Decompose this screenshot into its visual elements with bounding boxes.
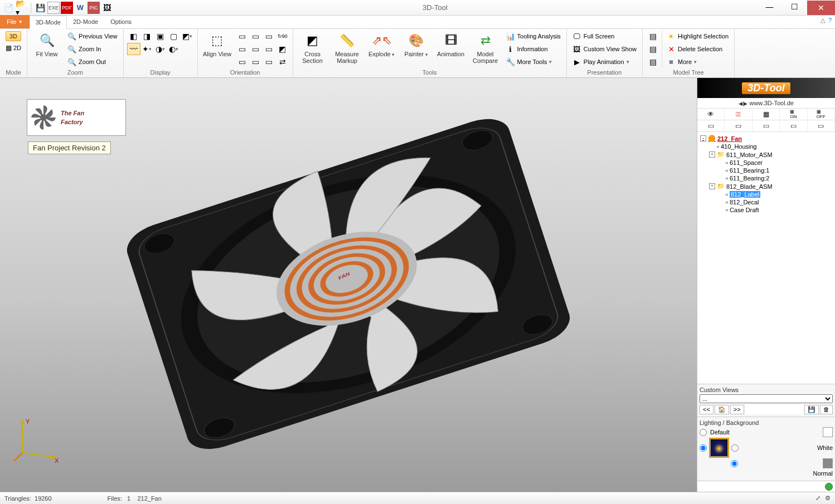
- fullscreen-button[interactable]: 🖵Full Screen: [570, 30, 639, 42]
- view-extra2-icon[interactable]: ▭: [249, 56, 263, 68]
- minimize-button[interactable]: —: [757, 1, 782, 13]
- view-top-icon[interactable]: ▭: [249, 43, 263, 55]
- delete-selection-button[interactable]: ✕Delete Selection: [664, 43, 731, 55]
- tree-tool-3-icon[interactable]: ▭: [753, 120, 780, 131]
- lighting-default-radio[interactable]: [700, 429, 707, 436]
- maximize-button[interactable]: ☐: [782, 1, 807, 13]
- tree-node[interactable]: ▫812_Label: [698, 190, 834, 198]
- tab-2d-mode[interactable]: 2D-Mode: [67, 15, 104, 28]
- lighting-preset1-swatch[interactable]: [710, 439, 728, 457]
- custom-views-select[interactable]: ...: [700, 394, 833, 403]
- highlight-selection-button[interactable]: ☀Highlight Selection: [664, 30, 731, 42]
- align-view-button[interactable]: ⬚ Align View: [201, 30, 234, 59]
- brand-url[interactable]: ◀|▶ www.3D-Tool.de: [697, 98, 835, 109]
- view-back-icon[interactable]: ▭: [249, 30, 263, 42]
- fit-view-button[interactable]: 🔍 Fit View: [31, 30, 63, 59]
- mode-2d-button[interactable]: ▦2D: [3, 43, 23, 53]
- select-off-icon[interactable]: ▦OFF: [808, 109, 835, 120]
- tree-node[interactable]: -🟠212_Fan: [698, 134, 834, 143]
- file-tab[interactable]: File ▼: [0, 15, 30, 28]
- select-all-icon[interactable]: ▦: [753, 109, 780, 120]
- ribbon-minimize-icon[interactable]: △: [821, 17, 825, 24]
- tree-more-button[interactable]: ≡More: [664, 56, 731, 68]
- flip-icon[interactable]: ⇄: [276, 56, 289, 68]
- tree-node[interactable]: ▫611_Bearing:1: [698, 167, 834, 174]
- tree-node[interactable]: ▫611_Bearing:2: [698, 174, 834, 182]
- display-opt-3-icon[interactable]: ◑: [154, 43, 167, 55]
- tree-node[interactable]: ▫611_Spacer: [698, 159, 834, 167]
- lighting-preset1-radio[interactable]: [700, 444, 707, 452]
- tree-tool-1-icon[interactable]: ▭: [697, 120, 725, 131]
- status-settings-icon[interactable]: ⚙: [825, 495, 831, 502]
- tree-tool-4-icon[interactable]: ▭: [780, 120, 807, 131]
- bg-normal-swatch[interactable]: [823, 458, 833, 468]
- zoom-out-button[interactable]: 🔍Zoom Out: [65, 56, 120, 68]
- explode-button[interactable]: ⇗⇖Explode: [366, 30, 398, 60]
- export-word-icon[interactable]: W: [74, 2, 86, 14]
- cv-prev-button[interactable]: <<: [700, 405, 713, 414]
- cv-next-button[interactable]: >>: [730, 405, 744, 414]
- lighting-preset2-radio[interactable]: [731, 444, 739, 452]
- view-front-icon[interactable]: ▭: [236, 30, 249, 42]
- view-left-icon[interactable]: ▭: [263, 30, 276, 42]
- tree-node[interactable]: ▫410_Housing: [698, 143, 834, 150]
- mode-3d-button[interactable]: 3D: [3, 30, 23, 42]
- display-opt-2-icon[interactable]: ✦: [140, 43, 154, 55]
- tree-node[interactable]: ▫Case Draft: [698, 206, 834, 214]
- display-opt-4-icon[interactable]: ◐: [167, 43, 181, 55]
- shade-mode-4-icon[interactable]: ▢: [167, 30, 181, 42]
- previous-view-button[interactable]: 🔍Previous View: [65, 30, 120, 42]
- tab-3d-mode[interactable]: 3D-Mode: [30, 16, 67, 29]
- view-extra3-icon[interactable]: ▭: [263, 56, 276, 68]
- tree-opt1-icon[interactable]: ▤: [646, 30, 659, 42]
- view-iso-icon[interactable]: ◩: [276, 43, 289, 55]
- status-expand-icon[interactable]: ⤢: [815, 495, 821, 502]
- cv-save-button[interactable]: 💾: [804, 405, 819, 414]
- close-button[interactable]: ✕: [807, 1, 835, 15]
- bg-normal-radio[interactable]: [731, 460, 738, 467]
- animation-button[interactable]: 🎞Animation: [435, 30, 467, 59]
- new-file-icon[interactable]: 📄: [2, 2, 14, 14]
- tree-opt3-icon[interactable]: ▤: [646, 56, 659, 68]
- display-opt-1-icon[interactable]: 〰: [127, 43, 140, 55]
- tree-tool-5-icon[interactable]: ▭: [808, 120, 835, 131]
- tree-node[interactable]: +📁611_Motor_ASM: [698, 150, 834, 159]
- shade-mode-3-icon[interactable]: ▣: [154, 30, 167, 42]
- custom-view-show-button[interactable]: 🖼Custom View Show: [570, 43, 639, 55]
- select-on-icon[interactable]: ▦ON: [780, 109, 807, 120]
- information-button[interactable]: ℹInformation: [504, 43, 563, 55]
- play-animation-button[interactable]: ▶Play Animation: [570, 56, 639, 68]
- tab-options[interactable]: Options: [104, 15, 138, 28]
- tree-opt2-icon[interactable]: ▤: [646, 43, 659, 55]
- view-bottom-icon[interactable]: ▭: [263, 43, 276, 55]
- eye-show-icon[interactable]: 👁: [697, 109, 725, 120]
- tooling-analysis-button[interactable]: 📊Tooling Analysis: [504, 30, 563, 42]
- more-tools-button[interactable]: 🔧More Tools: [504, 56, 563, 68]
- export-html-icon[interactable]: 🖼: [101, 2, 113, 14]
- view-extra1-icon[interactable]: ▭: [236, 56, 249, 68]
- open-file-icon[interactable]: 📂▾: [16, 2, 28, 14]
- shade-mode-1-icon[interactable]: ◧: [127, 30, 140, 42]
- view-right-icon[interactable]: ▭: [236, 43, 249, 55]
- cross-section-button[interactable]: ◩Cross Section: [297, 30, 329, 66]
- measure-button[interactable]: 📏Measure Markup: [331, 30, 363, 66]
- cv-delete-button[interactable]: 🗑: [820, 405, 833, 414]
- tree-node[interactable]: ▫812_Decal: [698, 198, 834, 206]
- help-icon[interactable]: ?: [828, 17, 832, 24]
- painter-button[interactable]: 🎨Painter: [400, 30, 433, 60]
- 3d-viewport[interactable]: The FanFactory Fan Project Revision 2: [0, 78, 697, 492]
- tree-node[interactable]: +📁812_Blade_ASM: [698, 182, 834, 190]
- export-pic-icon[interactable]: PIC: [88, 2, 100, 14]
- compare-button[interactable]: ⇄Model Compare: [469, 30, 502, 66]
- model-tree[interactable]: -🟠212_Fan▫410_Housing+📁611_Motor_ASM▫611…: [697, 132, 835, 384]
- publish-exe-icon[interactable]: EXE: [47, 2, 60, 14]
- shade-mode-more-icon[interactable]: ◩: [181, 30, 194, 42]
- rotate-90-icon[interactable]: ↻90: [276, 30, 289, 42]
- zoom-in-button[interactable]: 🔍Zoom In: [65, 43, 120, 55]
- shade-mode-2-icon[interactable]: ◨: [140, 30, 154, 42]
- export-pdf-icon[interactable]: PDF: [61, 2, 73, 14]
- eye-hide-icon[interactable]: 👁⃠: [725, 109, 752, 120]
- save-icon[interactable]: 💾: [34, 2, 46, 14]
- bg-white-swatch[interactable]: [823, 427, 833, 437]
- cv-home-button[interactable]: 🏠: [715, 405, 729, 414]
